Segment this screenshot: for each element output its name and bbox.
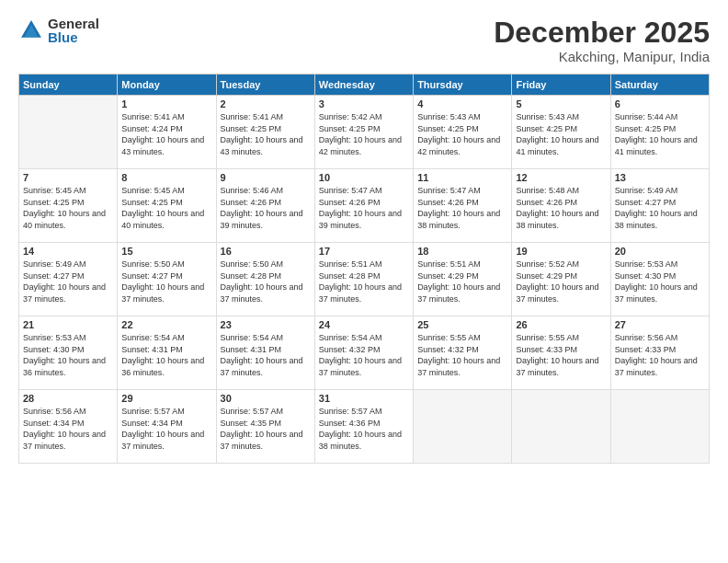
col-sunday: Sunday <box>19 75 118 96</box>
day-number: 26 <box>516 319 606 330</box>
day-cell-w3-d5: 18Sunrise: 5:51 AMSunset: 4:29 PMDayligh… <box>414 243 512 316</box>
day-cell-w2-d7: 13Sunrise: 5:49 AMSunset: 4:27 PMDayligh… <box>610 169 709 243</box>
day-info: Sunrise: 5:57 AMSunset: 4:34 PMDaylight:… <box>121 406 211 452</box>
day-info: Sunrise: 5:52 AMSunset: 4:29 PMDaylight:… <box>516 259 606 304</box>
day-cell-w4-d2: 22Sunrise: 5:54 AMSunset: 4:31 PMDayligh… <box>118 316 216 390</box>
day-info: Sunrise: 5:51 AMSunset: 4:28 PMDaylight:… <box>319 259 409 304</box>
day-info: Sunrise: 5:47 AMSunset: 4:26 PMDaylight:… <box>417 185 507 231</box>
day-cell-w5-d7 <box>610 390 709 464</box>
day-cell-w4-d7: 27Sunrise: 5:56 AMSunset: 4:33 PMDayligh… <box>610 316 709 390</box>
day-info: Sunrise: 5:57 AMSunset: 4:35 PMDaylight:… <box>221 406 311 452</box>
day-info: Sunrise: 5:51 AMSunset: 4:29 PMDaylight:… <box>417 259 507 304</box>
day-number: 1 <box>121 98 211 109</box>
day-number: 3 <box>319 98 409 109</box>
day-number: 10 <box>319 172 409 183</box>
day-cell-w1-d6: 5Sunrise: 5:43 AMSunset: 4:25 PMDaylight… <box>512 96 610 169</box>
day-info: Sunrise: 5:56 AMSunset: 4:34 PMDaylight:… <box>23 406 113 452</box>
day-info: Sunrise: 5:53 AMSunset: 4:30 PMDaylight:… <box>615 259 705 304</box>
logo-general-text: General <box>48 17 99 30</box>
day-info: Sunrise: 5:50 AMSunset: 4:28 PMDaylight:… <box>221 259 311 304</box>
day-number: 28 <box>23 393 113 404</box>
day-info: Sunrise: 5:54 AMSunset: 4:31 PMDaylight:… <box>221 332 311 378</box>
col-wednesday: Wednesday <box>314 75 413 96</box>
day-cell-w2-d6: 12Sunrise: 5:48 AMSunset: 4:26 PMDayligh… <box>512 169 610 243</box>
logo-icon <box>18 17 44 43</box>
day-cell-w1-d2: 1Sunrise: 5:41 AMSunset: 4:24 PMDaylight… <box>118 96 216 169</box>
day-number: 20 <box>615 246 705 257</box>
day-info: Sunrise: 5:49 AMSunset: 4:27 PMDaylight:… <box>23 259 113 304</box>
day-number: 2 <box>221 98 311 109</box>
day-cell-w2-d1: 7Sunrise: 5:45 AMSunset: 4:25 PMDaylight… <box>19 169 118 243</box>
day-cell-w4-d4: 24Sunrise: 5:54 AMSunset: 4:32 PMDayligh… <box>314 316 413 390</box>
day-number: 21 <box>23 319 113 330</box>
day-number: 18 <box>417 246 507 257</box>
day-info: Sunrise: 5:45 AMSunset: 4:25 PMDaylight:… <box>23 185 113 231</box>
day-number: 13 <box>615 172 705 183</box>
day-cell-w2-d3: 9Sunrise: 5:46 AMSunset: 4:26 PMDaylight… <box>216 169 314 243</box>
day-number: 31 <box>319 393 409 404</box>
calendar-table: Sunday Monday Tuesday Wednesday Thursday… <box>18 74 710 464</box>
day-info: Sunrise: 5:43 AMSunset: 4:25 PMDaylight:… <box>417 111 507 157</box>
day-number: 30 <box>221 393 311 404</box>
page: General Blue December 2025 Kakching, Man… <box>0 0 728 563</box>
day-cell-w3-d1: 14Sunrise: 5:49 AMSunset: 4:27 PMDayligh… <box>19 243 118 316</box>
day-cell-w3-d2: 15Sunrise: 5:50 AMSunset: 4:27 PMDayligh… <box>118 243 216 316</box>
header: General Blue December 2025 Kakching, Man… <box>18 17 710 64</box>
day-cell-w4-d3: 23Sunrise: 5:54 AMSunset: 4:31 PMDayligh… <box>216 316 314 390</box>
day-number: 25 <box>417 319 507 330</box>
day-info: Sunrise: 5:44 AMSunset: 4:25 PMDaylight:… <box>615 111 705 157</box>
logo-blue-text: Blue <box>48 30 99 44</box>
day-cell-w1-d4: 3Sunrise: 5:42 AMSunset: 4:25 PMDaylight… <box>314 96 413 169</box>
day-cell-w1-d7: 6Sunrise: 5:44 AMSunset: 4:25 PMDaylight… <box>610 96 709 169</box>
calendar-body: 1Sunrise: 5:41 AMSunset: 4:24 PMDaylight… <box>19 96 710 464</box>
week-row-4: 21Sunrise: 5:53 AMSunset: 4:30 PMDayligh… <box>19 316 710 390</box>
day-cell-w3-d6: 19Sunrise: 5:52 AMSunset: 4:29 PMDayligh… <box>512 243 610 316</box>
day-cell-w5-d3: 30Sunrise: 5:57 AMSunset: 4:35 PMDayligh… <box>216 390 314 464</box>
col-friday: Friday <box>512 75 610 96</box>
day-info: Sunrise: 5:46 AMSunset: 4:26 PMDaylight:… <box>221 185 311 231</box>
day-cell-w3-d4: 17Sunrise: 5:51 AMSunset: 4:28 PMDayligh… <box>314 243 413 316</box>
day-cell-w5-d5 <box>414 390 512 464</box>
logo: General Blue <box>18 17 99 44</box>
day-cell-w1-d1 <box>19 96 118 169</box>
calendar-subtitle: Kakching, Manipur, India <box>494 49 710 64</box>
col-tuesday: Tuesday <box>216 75 314 96</box>
day-cell-w3-d7: 20Sunrise: 5:53 AMSunset: 4:30 PMDayligh… <box>610 243 709 316</box>
day-info: Sunrise: 5:57 AMSunset: 4:36 PMDaylight:… <box>319 406 409 452</box>
day-info: Sunrise: 5:48 AMSunset: 4:26 PMDaylight:… <box>516 185 606 231</box>
day-cell-w4-d5: 25Sunrise: 5:55 AMSunset: 4:32 PMDayligh… <box>414 316 512 390</box>
week-row-1: 1Sunrise: 5:41 AMSunset: 4:24 PMDaylight… <box>19 96 710 169</box>
day-number: 9 <box>221 172 311 183</box>
day-cell-w5-d1: 28Sunrise: 5:56 AMSunset: 4:34 PMDayligh… <box>19 390 118 464</box>
day-cell-w4-d1: 21Sunrise: 5:53 AMSunset: 4:30 PMDayligh… <box>19 316 118 390</box>
day-number: 29 <box>121 393 211 404</box>
day-number: 16 <box>221 246 311 257</box>
day-number: 23 <box>221 319 311 330</box>
day-number: 12 <box>516 172 606 183</box>
day-info: Sunrise: 5:42 AMSunset: 4:25 PMDaylight:… <box>319 111 409 157</box>
calendar-title: December 2025 <box>494 17 710 49</box>
day-number: 8 <box>121 172 211 183</box>
col-thursday: Thursday <box>414 75 512 96</box>
day-info: Sunrise: 5:49 AMSunset: 4:27 PMDaylight:… <box>615 185 705 231</box>
day-info: Sunrise: 5:43 AMSunset: 4:25 PMDaylight:… <box>516 111 606 157</box>
week-row-3: 14Sunrise: 5:49 AMSunset: 4:27 PMDayligh… <box>19 243 710 316</box>
day-number: 11 <box>417 172 507 183</box>
day-cell-w5-d6 <box>512 390 610 464</box>
logo-text: General Blue <box>48 17 99 44</box>
header-row: Sunday Monday Tuesday Wednesday Thursday… <box>19 75 710 96</box>
day-number: 27 <box>615 319 705 330</box>
day-number: 24 <box>319 319 409 330</box>
day-info: Sunrise: 5:41 AMSunset: 4:25 PMDaylight:… <box>221 111 311 157</box>
day-info: Sunrise: 5:54 AMSunset: 4:31 PMDaylight:… <box>121 332 211 378</box>
day-cell-w5-d2: 29Sunrise: 5:57 AMSunset: 4:34 PMDayligh… <box>118 390 216 464</box>
day-info: Sunrise: 5:50 AMSunset: 4:27 PMDaylight:… <box>121 259 211 304</box>
day-number: 17 <box>319 246 409 257</box>
day-number: 14 <box>23 246 113 257</box>
day-cell-w3-d3: 16Sunrise: 5:50 AMSunset: 4:28 PMDayligh… <box>216 243 314 316</box>
day-number: 5 <box>516 98 606 109</box>
day-info: Sunrise: 5:54 AMSunset: 4:32 PMDaylight:… <box>319 332 409 378</box>
day-info: Sunrise: 5:47 AMSunset: 4:26 PMDaylight:… <box>319 185 409 231</box>
day-info: Sunrise: 5:56 AMSunset: 4:33 PMDaylight:… <box>615 332 705 378</box>
day-number: 7 <box>23 172 113 183</box>
